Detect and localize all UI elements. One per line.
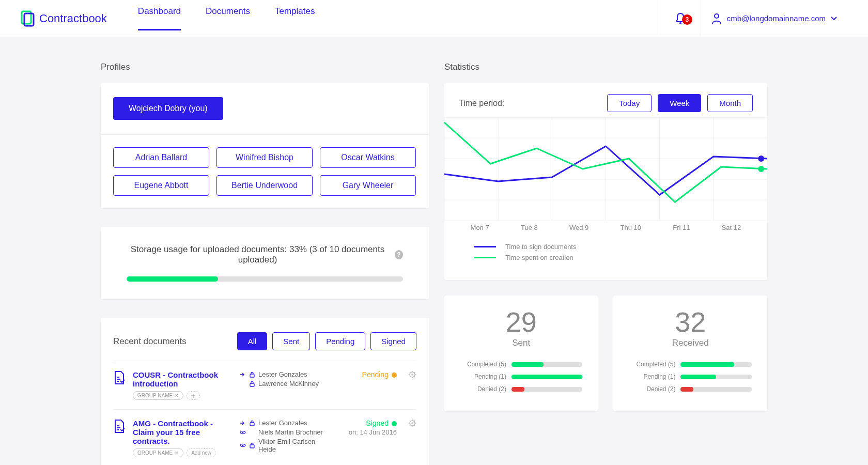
- notifications-button[interactable]: 3: [660, 0, 701, 37]
- statistics-card: Time period: TodayWeekMonth Mon 7Tue 8We…: [444, 83, 767, 280]
- legend-green-label: Time spent on creation: [505, 254, 574, 261]
- gear-icon[interactable]: [408, 370, 416, 381]
- summary-bar-row: Completed (5): [629, 361, 752, 368]
- notification-count: 3: [682, 14, 692, 25]
- nav-documents[interactable]: Documents: [206, 6, 250, 30]
- eye-icon: [240, 429, 246, 436]
- profile-button[interactable]: Winifred Bishop: [216, 147, 313, 168]
- user-email: cmb@longdomainname.com: [727, 14, 826, 23]
- document-row[interactable]: AMG - Contractbook - Claim your 15 free …: [113, 409, 416, 465]
- legend-blue-label: Time to sign documents: [505, 243, 577, 251]
- summary-bar-row: Denied (2): [460, 385, 583, 393]
- lock-icon: [249, 371, 255, 378]
- filter-signed[interactable]: Signed: [370, 332, 416, 350]
- eye-icon: [240, 442, 246, 448]
- summary-bar-row: Completed (5): [460, 361, 583, 368]
- profiles-section-title: Profiles: [101, 62, 429, 72]
- profile-button[interactable]: Eugene Abbott: [113, 175, 209, 196]
- time-period-label: Time period:: [459, 99, 504, 108]
- storage-bar: [127, 276, 403, 282]
- logo[interactable]: Contractbook: [21, 10, 107, 27]
- lock-icon: [249, 381, 255, 387]
- period-today[interactable]: Today: [607, 94, 652, 112]
- document-icon: [113, 370, 126, 387]
- status-dot: [392, 373, 397, 378]
- lock-icon: [249, 420, 255, 426]
- svg-point-10: [242, 445, 244, 446]
- status-date: on: 14 Jun 2016: [340, 428, 397, 436]
- svg-point-31: [758, 166, 764, 172]
- main-nav: DashboardDocumentsTemplates: [138, 6, 315, 30]
- received-value: 32: [629, 308, 752, 336]
- status-dot: [392, 421, 397, 426]
- profile-button[interactable]: Oscar Watkins: [320, 147, 416, 168]
- storage-card: Storage usage for uploaded documents: 33…: [101, 227, 429, 299]
- profile-button[interactable]: Adrian Ballard: [113, 147, 209, 168]
- gear-icon[interactable]: [408, 419, 416, 429]
- person-row: Viktor Emil Carlsen Heide: [240, 438, 333, 453]
- statistics-section-title: Statistics: [444, 62, 767, 72]
- document-row[interactable]: COUSR - Contractbook introductionGROUP N…: [113, 361, 416, 409]
- filter-sent[interactable]: Sent: [272, 332, 310, 350]
- period-month[interactable]: Month: [707, 94, 753, 112]
- summary-sent-card: 29 Sent Completed (5)Pending (1)Denied (…: [444, 296, 598, 411]
- bar-label: Completed (5): [629, 361, 675, 368]
- brand-text: Contractbook: [39, 12, 107, 25]
- svg-point-3: [715, 14, 719, 18]
- sent-label: Sent: [460, 338, 583, 348]
- svg-point-30: [758, 156, 764, 162]
- document-icon: [113, 419, 126, 436]
- status-label: Signed: [366, 419, 389, 427]
- x-axis-label: Sat 12: [722, 224, 741, 231]
- user-icon: [711, 13, 722, 24]
- group-tag[interactable]: GROUP NAME ✕: [133, 448, 183, 457]
- svg-rect-5: [250, 383, 254, 386]
- group-tag[interactable]: GROUP NAME ✕: [133, 391, 183, 400]
- bar-label: Completed (5): [460, 361, 506, 368]
- lock-icon: [249, 442, 255, 448]
- bar-label: Denied (2): [629, 385, 675, 393]
- summary-bar-row: Pending (1): [460, 373, 583, 380]
- bar-label: Pending (1): [629, 373, 675, 380]
- x-axis-label: Mon 7: [471, 224, 489, 231]
- storage-usage-text: Storage usage for uploaded documents: 33…: [127, 244, 389, 265]
- nav-dashboard[interactable]: Dashboard: [138, 6, 181, 30]
- profile-self-button[interactable]: Wojciech Dobry (you): [113, 97, 223, 120]
- filter-all[interactable]: All: [237, 332, 268, 350]
- profile-button[interactable]: Bertie Underwood: [216, 175, 313, 196]
- svg-point-13: [411, 422, 413, 424]
- x-axis-label: Wed 9: [569, 224, 588, 231]
- svg-rect-11: [250, 445, 254, 448]
- svg-rect-8: [250, 423, 254, 426]
- x-axis-label: Tue 8: [521, 224, 538, 231]
- bar-label: Pending (1): [460, 373, 506, 380]
- legend-line-blue: [474, 246, 496, 247]
- filter-pending[interactable]: Pending: [315, 332, 365, 350]
- summary-received-card: 32 Received Completed (5)Pending (1)Deni…: [613, 296, 767, 411]
- status-label: Pending: [362, 370, 389, 379]
- document-title: COUSR - Contractbook introduction: [133, 370, 233, 388]
- add-tag-button[interactable]: [187, 391, 200, 400]
- svg-point-9: [242, 431, 244, 433]
- user-menu[interactable]: cmb@longdomainname.com: [701, 13, 847, 24]
- period-week[interactable]: Week: [658, 94, 701, 112]
- share-icon: [240, 371, 246, 378]
- summary-bar-row: Pending (1): [629, 373, 752, 380]
- help-icon[interactable]: ?: [395, 250, 403, 259]
- svg-rect-4: [250, 374, 254, 377]
- chevron-down-icon: [831, 17, 837, 21]
- person-row: Lawrence McKinney: [240, 380, 333, 388]
- chart: [444, 117, 767, 221]
- share-icon: [240, 420, 246, 426]
- recent-documents-title: Recent documents: [113, 336, 187, 347]
- received-label: Received: [629, 338, 752, 348]
- logo-icon: [21, 10, 35, 27]
- profile-button[interactable]: Gary Wheeler: [320, 175, 416, 196]
- person-row: Lester Gonzales: [240, 370, 333, 378]
- add-tag-button[interactable]: Add new: [187, 448, 216, 457]
- storage-fill: [127, 276, 218, 282]
- summary-bar-row: Denied (2): [629, 385, 752, 393]
- legend-line-green: [474, 257, 496, 258]
- person-row: Niels Martin Brochner: [240, 428, 333, 436]
- nav-templates[interactable]: Templates: [275, 6, 315, 30]
